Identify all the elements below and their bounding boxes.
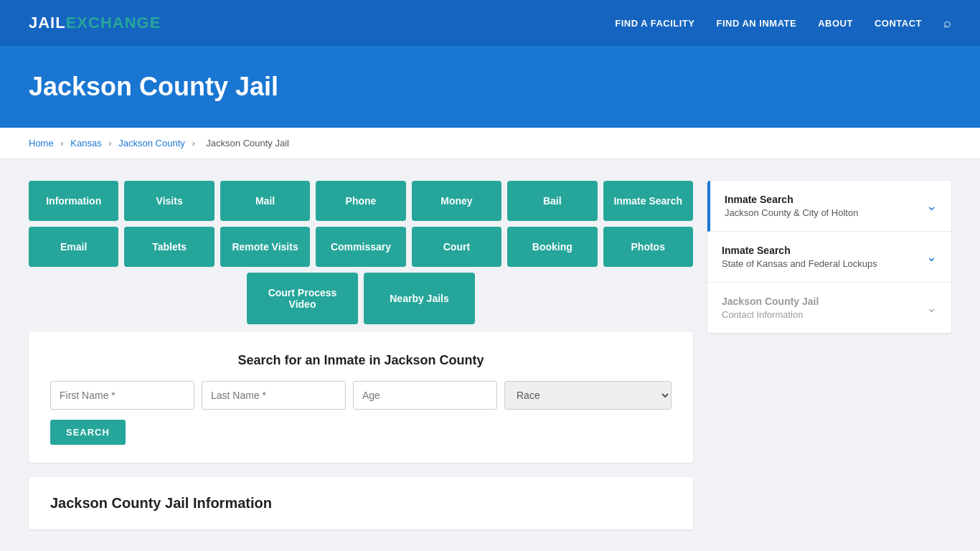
sidebar-item-subtitle-1: State of Kansas and Federal Lockups xyxy=(722,258,877,269)
search-button[interactable]: SEARCH xyxy=(50,420,126,445)
site-header: JAIL EXCHANGE FIND A FACILITY FIND AN IN… xyxy=(0,0,980,46)
logo-exchange: EXCHANGE xyxy=(66,14,161,32)
sidebar-item-text-1: Inmate SearchState of Kansas and Federal… xyxy=(722,245,877,269)
tile-bail[interactable]: Bail xyxy=(507,181,597,221)
tiles-row-1: InformationVisitsMailPhoneMoneyBailInmat… xyxy=(29,181,693,221)
sidebar-item-2[interactable]: Jackson County JailContact Information⌄ xyxy=(707,283,951,333)
breadcrumb-sep-3: › xyxy=(192,138,194,149)
search-icon[interactable]: ⌕ xyxy=(943,16,951,31)
sidebar-item-1[interactable]: Inmate SearchState of Kansas and Federal… xyxy=(707,232,951,283)
chevron-down-icon-0: ⌄ xyxy=(926,198,937,214)
tile-phone[interactable]: Phone xyxy=(316,181,405,221)
info-title: Jackson County Jail Information xyxy=(50,495,672,512)
right-sidebar: Inmate SearchJackson County & City of Ho… xyxy=(707,181,951,529)
breadcrumb-jackson-county[interactable]: Jackson County xyxy=(118,138,185,149)
tiles-row-3: Court Process VideoNearby Jails xyxy=(29,273,693,324)
sidebar-item-title-2: Jackson County Jail xyxy=(722,296,819,307)
chevron-down-icon-1: ⌄ xyxy=(926,249,937,265)
tile-visits[interactable]: Visits xyxy=(124,181,214,221)
main-nav: FIND A FACILITY FIND AN INMATE ABOUT CON… xyxy=(615,16,951,31)
site-logo[interactable]: JAIL EXCHANGE xyxy=(29,14,161,32)
breadcrumb-kansas[interactable]: Kansas xyxy=(70,138,101,149)
race-select[interactable]: RaceWhiteBlackHispanicAsianOther xyxy=(504,381,672,410)
tile-commissary[interactable]: Commissary xyxy=(316,227,405,267)
sidebar-item-text-0: Inmate SearchJackson County & City of Ho… xyxy=(725,194,858,218)
tile-booking[interactable]: Booking xyxy=(507,227,597,267)
breadcrumb-sep-2: › xyxy=(108,138,111,149)
nav-about[interactable]: ABOUT xyxy=(818,18,853,29)
nav-find-facility[interactable]: FIND A FACILITY xyxy=(615,18,694,29)
tile-information[interactable]: Information xyxy=(29,181,118,221)
search-title: Search for an Inmate in Jackson County xyxy=(50,353,672,368)
breadcrumb-home[interactable]: Home xyxy=(29,138,54,149)
breadcrumb-sep-1: › xyxy=(60,138,63,149)
sidebar-item-text-2: Jackson County JailContact Information xyxy=(722,296,819,320)
nav-find-inmate[interactable]: FIND AN INMATE xyxy=(716,18,796,29)
sidebar-item-title-0: Inmate Search xyxy=(725,194,858,205)
page-title: Jackson County Jail xyxy=(29,72,951,102)
first-name-input[interactable] xyxy=(50,381,194,410)
tile-photos[interactable]: Photos xyxy=(603,227,693,267)
tile-tablets[interactable]: Tablets xyxy=(124,227,214,267)
chevron-down-icon-2: ⌄ xyxy=(926,300,937,316)
breadcrumb: Home › Kansas › Jackson County › Jackson… xyxy=(0,128,980,159)
logo-jail: JAIL xyxy=(29,14,66,32)
info-section: Jackson County Jail Information xyxy=(29,477,693,529)
tiles-section: InformationVisitsMailPhoneMoneyBailInmat… xyxy=(29,181,693,324)
tile-email[interactable]: Email xyxy=(29,227,118,267)
sidebar-card: Inmate SearchJackson County & City of Ho… xyxy=(707,181,951,333)
age-input[interactable] xyxy=(353,381,497,410)
tiles-row-2: EmailTabletsRemote VisitsCommissaryCourt… xyxy=(29,227,693,267)
sidebar-item-subtitle-2: Contact Information xyxy=(722,309,819,320)
breadcrumb-current: Jackson County Jail xyxy=(206,138,289,149)
tile-money[interactable]: Money xyxy=(412,181,501,221)
tile-inmate-search[interactable]: Inmate Search xyxy=(603,181,693,221)
sidebar-item-title-1: Inmate Search xyxy=(722,245,877,256)
sidebar-item-0[interactable]: Inmate SearchJackson County & City of Ho… xyxy=(707,181,951,232)
inmate-search-section: Search for an Inmate in Jackson County R… xyxy=(29,331,693,463)
tile-nearby-jails[interactable]: Nearby Jails xyxy=(364,273,475,324)
left-column: InformationVisitsMailPhoneMoneyBailInmat… xyxy=(29,181,693,529)
sidebar-item-subtitle-0: Jackson County & City of Holton xyxy=(725,207,858,218)
tile-mail[interactable]: Mail xyxy=(220,181,310,221)
last-name-input[interactable] xyxy=(202,381,346,410)
tile-remote-visits[interactable]: Remote Visits xyxy=(220,227,310,267)
search-fields: RaceWhiteBlackHispanicAsianOther xyxy=(50,381,672,410)
hero-banner: Jackson County Jail xyxy=(0,46,980,128)
main-content: InformationVisitsMailPhoneMoneyBailInmat… xyxy=(0,159,980,551)
nav-contact[interactable]: CONTACT xyxy=(875,18,922,29)
tile-court[interactable]: Court xyxy=(412,227,501,267)
tile-court-process-video[interactable]: Court Process Video xyxy=(247,273,358,324)
